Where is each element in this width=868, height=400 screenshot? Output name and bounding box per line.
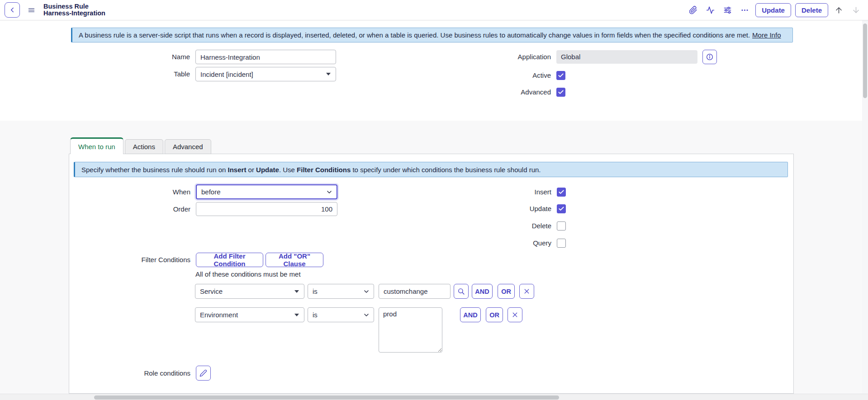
table-select-value: Incident [incident] bbox=[200, 71, 253, 78]
update-checkbox[interactable] bbox=[557, 204, 566, 213]
tab-label: Actions bbox=[133, 143, 155, 151]
role-conditions-label: Role conditions bbox=[71, 366, 190, 381]
previous-record-button[interactable] bbox=[832, 3, 845, 17]
application-label: Application bbox=[434, 51, 551, 63]
and-button[interactable]: AND bbox=[460, 307, 481, 322]
condition-match-text: All of these conditions must be met bbox=[195, 270, 376, 279]
business-rule-form-page: Business Rule Harness-Integration Update… bbox=[0, 0, 868, 400]
when-label: When bbox=[71, 184, 190, 199]
more-info-link[interactable]: More Info bbox=[752, 31, 781, 39]
horizontal-scrollbar[interactable] bbox=[0, 394, 868, 400]
tab-label: When to run bbox=[78, 143, 115, 151]
table-label: Table bbox=[71, 67, 190, 81]
query-checkbox[interactable] bbox=[557, 239, 566, 248]
record-type-label: Business Rule bbox=[43, 3, 105, 10]
dropdown-caret-icon bbox=[326, 73, 331, 75]
form-tabs: When to run Actions Advanced bbox=[70, 138, 211, 154]
remove-condition-button[interactable] bbox=[508, 307, 522, 322]
condition-lookup-button[interactable] bbox=[454, 284, 469, 299]
and-button[interactable]: AND bbox=[472, 284, 493, 299]
info-text: Specify whether the business rule should… bbox=[81, 166, 541, 174]
tab-when-to-run[interactable]: When to run bbox=[70, 137, 123, 154]
next-record-button[interactable] bbox=[849, 3, 863, 17]
when-to-run-panel: Specify whether the business rule should… bbox=[69, 154, 794, 394]
record-name-label: Harness-Integration bbox=[43, 10, 105, 17]
when-to-run-info-banner: Specify whether the business rule should… bbox=[74, 162, 788, 177]
arrow-up-icon bbox=[835, 6, 843, 14]
condition-field-select[interactable]: Service bbox=[195, 284, 304, 299]
condition-field-select[interactable]: Environment bbox=[195, 307, 304, 322]
info-icon bbox=[706, 53, 714, 61]
condition-operator-select[interactable]: is bbox=[308, 307, 374, 322]
update-label: Update bbox=[461, 204, 551, 213]
name-input[interactable] bbox=[195, 50, 336, 64]
chevron-down-icon bbox=[363, 311, 370, 319]
advanced-label: Advanced bbox=[434, 88, 551, 97]
header-actions: Update Delete bbox=[683, 3, 863, 17]
application-info-button[interactable] bbox=[702, 50, 717, 64]
condition-field-value: Service bbox=[200, 287, 223, 295]
when-select[interactable]: before bbox=[196, 184, 337, 199]
condition-operator-value: is bbox=[313, 311, 318, 319]
query-label: Query bbox=[461, 239, 551, 248]
condition-value-input[interactable] bbox=[379, 284, 451, 299]
pencil-icon bbox=[199, 369, 207, 377]
condition-value-textarea[interactable]: prod bbox=[379, 307, 442, 353]
activity-stream-button[interactable] bbox=[703, 3, 717, 17]
check-icon bbox=[558, 189, 564, 195]
close-icon bbox=[523, 287, 531, 295]
more-options-button[interactable] bbox=[738, 3, 751, 17]
check-icon bbox=[558, 206, 564, 212]
add-or-clause-button[interactable]: Add "OR" Clause bbox=[266, 253, 323, 267]
context-menu-button[interactable] bbox=[25, 4, 37, 16]
horizontal-scrollbar-thumb[interactable] bbox=[94, 395, 559, 400]
vertical-scrollbar[interactable] bbox=[862, 20, 868, 394]
table-select[interactable]: Incident [incident] bbox=[195, 67, 336, 81]
hamburger-icon bbox=[28, 6, 35, 14]
dropdown-caret-icon bbox=[294, 290, 299, 293]
activity-icon bbox=[706, 6, 715, 14]
arrow-down-icon bbox=[852, 6, 860, 14]
or-button[interactable]: OR bbox=[486, 307, 503, 322]
active-label: Active bbox=[434, 71, 551, 80]
chevron-down-icon bbox=[326, 188, 333, 196]
close-icon bbox=[511, 311, 519, 319]
vertical-scrollbar-thumb[interactable] bbox=[863, 24, 867, 98]
condition-operator-value: is bbox=[313, 287, 318, 295]
dropdown-caret-icon bbox=[294, 314, 299, 316]
condition-operator-select[interactable]: is bbox=[308, 284, 374, 299]
order-input[interactable] bbox=[196, 202, 337, 216]
advanced-checkbox[interactable] bbox=[556, 88, 565, 97]
header: Business Rule Harness-Integration Update… bbox=[0, 0, 868, 20]
update-button[interactable]: Update bbox=[755, 3, 791, 17]
attachments-button[interactable] bbox=[686, 3, 700, 17]
application-field: Global bbox=[556, 50, 697, 64]
ellipsis-icon bbox=[740, 6, 749, 14]
filter-conditions-label: Filter Conditions bbox=[71, 253, 190, 267]
check-icon bbox=[558, 89, 564, 95]
condition-field-value: Environment bbox=[200, 311, 238, 319]
chevron-down-icon bbox=[363, 288, 370, 295]
active-checkbox[interactable] bbox=[556, 71, 565, 80]
edit-role-conditions-button[interactable] bbox=[196, 366, 211, 381]
remove-condition-button[interactable] bbox=[519, 284, 534, 299]
tab-actions[interactable]: Actions bbox=[125, 139, 163, 154]
delete-button[interactable]: Delete bbox=[795, 3, 828, 17]
tab-advanced[interactable]: Advanced bbox=[165, 139, 211, 154]
or-button[interactable]: OR bbox=[498, 284, 515, 299]
tab-label: Advanced bbox=[173, 143, 203, 151]
check-icon bbox=[558, 72, 564, 79]
when-select-value: before bbox=[201, 188, 221, 196]
search-icon bbox=[457, 287, 465, 295]
delete-checkbox[interactable] bbox=[557, 221, 566, 231]
personalize-form-button[interactable] bbox=[721, 3, 734, 17]
name-label: Name bbox=[71, 50, 190, 64]
delete-label: Delete bbox=[461, 221, 551, 231]
insert-label: Insert bbox=[461, 188, 551, 197]
page-title: Business Rule Harness-Integration bbox=[43, 3, 105, 17]
paperclip-icon bbox=[689, 6, 697, 14]
add-filter-condition-button[interactable]: Add Filter Condition bbox=[196, 253, 263, 267]
back-button[interactable] bbox=[5, 2, 20, 18]
chevron-left-icon bbox=[8, 6, 16, 14]
insert-checkbox[interactable] bbox=[557, 188, 566, 197]
